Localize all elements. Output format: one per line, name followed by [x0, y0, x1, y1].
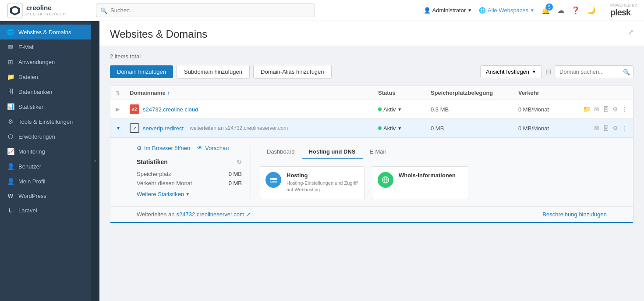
sidebar-item-files[interactable]: 📁 Dateien — [0, 69, 91, 84]
stats-panel: ⚙ Im Browser öffnen 👁 Vorschau Statistik… — [137, 145, 251, 199]
sidebar-item-wordpress[interactable]: W WordPress — [0, 189, 91, 203]
cloud-icon-button[interactable]: ☁ — [557, 6, 564, 14]
add-description-link[interactable]: Beschreibung hinzufügen — [542, 211, 607, 218]
tab-hosting[interactable]: Hosting und DNS — [302, 145, 363, 159]
sidebar-item-extensions[interactable]: ⬡ Erweiterungen — [0, 129, 91, 144]
websites-icon: 🌐 — [7, 29, 14, 36]
page-header: Websites & Domains ⤢ — [99, 21, 644, 46]
expanded-content: ⚙ Im Browser öffnen 👁 Vorschau Statistik… — [110, 138, 633, 206]
status-dot — [378, 108, 382, 111]
sort-toggle[interactable]: ⇅ — [116, 90, 130, 96]
sidebar-item-laravel[interactable]: L Laravel — [0, 203, 91, 218]
sidebar: 🌐 Websites & Domains ✉ E-Mail ⊞ Anwendun… — [0, 21, 91, 301]
add-subdomain-button[interactable]: Subdomain hinzufügen — [177, 65, 250, 79]
storage-cell: 0.3 MB — [431, 106, 518, 113]
notifications-button[interactable]: 🔔 5 — [541, 6, 550, 14]
more-icon[interactable]: ⋮ — [622, 125, 628, 132]
settings-icon[interactable]: ⚙ — [612, 125, 618, 132]
sidebar-item-users[interactable]: 👤 Benutzer — [0, 159, 91, 174]
view-selector-button[interactable]: Ansicht festlegen ▼ — [480, 65, 542, 78]
preview-icon: 👁 — [197, 145, 203, 151]
expand-icon[interactable]: ⤢ — [628, 28, 633, 36]
files-icon: 📁 — [7, 73, 14, 80]
stats-icon: 📊 — [7, 103, 14, 110]
stats-traffic-row: Verkehr diesen Monat 0 MB — [137, 180, 242, 186]
redirect-label: Weiterleiten an — [137, 211, 174, 218]
traffic-cell: 0 MB/Monat — [518, 106, 584, 113]
hosting-card-content: Hosting Hosting-Einstellungen und Zugrif… — [287, 172, 359, 194]
mail-icon[interactable]: ✉ — [594, 106, 599, 113]
globe-icon: 🌐 — [479, 7, 486, 14]
sidebar-item-email[interactable]: ✉ E-Mail — [0, 39, 91, 54]
sidebar-item-profile[interactable]: 👤 Mein Profil — [0, 174, 91, 189]
sidebar-collapse-button[interactable]: ‹ — [91, 21, 99, 301]
topbar: creoline PLESK SERVER 🔍 👤 Administrator … — [0, 0, 644, 21]
expanded-row-header[interactable]: ▼ ↗ serverip.redirect weiterleiten an s2… — [110, 119, 633, 138]
preview-link[interactable]: 👁 Vorschau — [197, 145, 229, 151]
row-expand-button[interactable]: ▶ — [116, 106, 130, 112]
refresh-icon[interactable]: ↻ — [237, 158, 242, 165]
profile-icon: 👤 — [7, 178, 14, 185]
domain-column-header[interactable]: Domainname ↑ — [130, 90, 378, 96]
tab-email[interactable]: E-Mail — [363, 145, 393, 159]
settings-icon[interactable]: ⚙ — [612, 106, 618, 113]
domain-search[interactable]: 🔍 — [555, 65, 633, 78]
filter-icon[interactable]: ⊟ — [545, 68, 551, 76]
users-icon: 👤 — [7, 163, 14, 170]
databases-icon: 🗄 — [7, 88, 14, 95]
moon-icon-button[interactable]: 🌙 — [587, 6, 596, 14]
folder-icon[interactable]: 📁 — [583, 106, 591, 113]
expanded-footer: Weiterleiten an s24732.creolineserver.co… — [110, 206, 633, 222]
more-icon[interactable]: ⋮ — [622, 106, 628, 113]
search-input[interactable] — [96, 4, 315, 17]
tab-dashboard[interactable]: Dashboard — [260, 145, 302, 159]
row-actions: 📁 ✉ 🗄 ⚙ ⋮ — [584, 106, 628, 113]
help-icon-button[interactable]: ❓ — [571, 6, 580, 14]
sidebar-item-monitoring[interactable]: 📈 Monitoring — [0, 144, 91, 159]
row-collapse-button[interactable]: ▼ — [116, 125, 130, 131]
global-search[interactable]: 🔍 — [96, 4, 315, 17]
domain-link[interactable]: s24732.creoline.cloud — [143, 106, 198, 113]
email-icon: ✉ — [7, 43, 14, 50]
right-panel: Dashboard Hosting und DNS E-Mail — [251, 145, 633, 199]
add-alias-button[interactable]: Domain-Alias hinzufügen — [253, 65, 332, 79]
app-layout: 🌐 Websites & Domains ✉ E-Mail ⊞ Anwendun… — [0, 21, 644, 301]
add-domain-button[interactable]: Domain hinzufügen — [110, 65, 173, 78]
sidebar-item-stats[interactable]: 📊 Statistiken — [0, 99, 91, 114]
domain-search-input[interactable] — [555, 65, 633, 78]
database-icon[interactable]: 🗄 — [603, 125, 609, 132]
sidebar-item-label: Mein Profil — [18, 178, 45, 185]
domain-link[interactable]: serverip.redirect — [143, 125, 184, 132]
sidebar-item-websites[interactable]: 🌐 Websites & Domains — [0, 25, 91, 39]
workspace-selector[interactable]: 🌐 Alle Webspaces ▼ — [479, 7, 534, 14]
storage-cell: 0 MB — [431, 125, 518, 132]
sidebar-item-tools[interactable]: ⚙ Tools & Einstellungen — [0, 114, 91, 129]
open-browser-link[interactable]: ⚙ Im Browser öffnen — [137, 145, 190, 151]
database-icon[interactable]: 🗄 — [603, 106, 609, 113]
sidebar-item-databases[interactable]: 🗄 Datenbanken — [0, 84, 91, 99]
stats-traffic-label: Verkehr diesen Monat — [137, 180, 192, 186]
whois-card[interactable]: Whois-Informationen — [372, 166, 468, 199]
redirect-target-link[interactable]: s24732.creolineserver.com ↗ — [176, 211, 251, 218]
domain-name-cell: s2 s24732.creoline.cloud — [130, 104, 378, 114]
tabs: Dashboard Hosting und DNS E-Mail — [260, 145, 624, 159]
hosting-card-title: Hosting — [287, 172, 359, 179]
row-actions: ✉ 🗄 ⚙ ⋮ — [584, 125, 628, 132]
status-cell[interactable]: Aktiv ▼ — [378, 125, 431, 132]
plesk-logo: POWERED BY plesk — [603, 3, 637, 18]
mail-icon[interactable]: ✉ — [594, 125, 599, 132]
status-cell[interactable]: Aktiv ▼ — [378, 106, 431, 113]
laravel-icon: L — [7, 207, 14, 214]
hosting-card[interactable]: Hosting Hosting-Einstellungen und Zugrif… — [260, 166, 365, 199]
more-stats-link[interactable]: Weitere Statistiken ▼ — [137, 191, 242, 197]
stats-storage-value: 0 MB — [229, 171, 242, 177]
table-row[interactable]: ▶ s2 s24732.creoline.cloud Aktiv ▼ 0.3 M… — [110, 100, 633, 119]
status-label: Aktiv — [383, 106, 396, 113]
sidebar-logo: creoline PLESK SERVER — [0, 3, 91, 18]
logo-text: creoline PLESK SERVER — [26, 4, 67, 16]
chevron-left-icon: ‹ — [94, 158, 96, 164]
sidebar-item-label: E-Mail — [18, 44, 35, 50]
sidebar-item-apps[interactable]: ⊞ Anwendungen — [0, 54, 91, 69]
user-menu[interactable]: 👤 Administrator ▼ — [424, 7, 472, 14]
redirect-icon: ↗ — [130, 123, 139, 133]
